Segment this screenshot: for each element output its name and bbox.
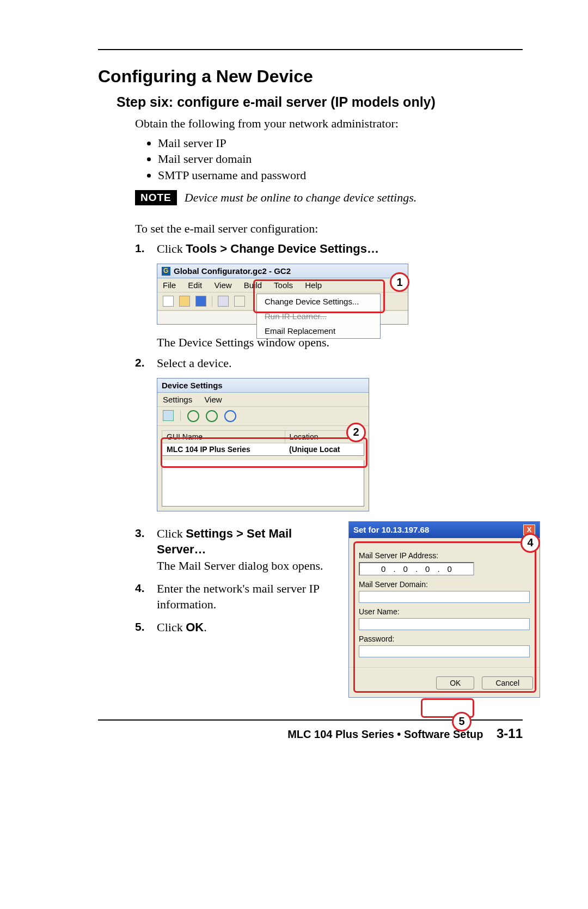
screenshot-2: Device Settings Settings View GUI Name L…	[157, 378, 523, 511]
intro-text: Obtain the following from your network a…	[135, 115, 523, 132]
to-set-text: To set the e-mail server configuration:	[135, 221, 523, 237]
save-disk-icon[interactable]	[195, 296, 206, 307]
refresh-icon[interactable]	[187, 410, 199, 422]
s3-titlebar: Set for 10.13.197.68 X	[349, 522, 540, 538]
step-3: Click Settings > Set Mail Server… The Ma…	[135, 526, 342, 574]
callout-4: 4	[520, 533, 540, 553]
label-password: Password:	[359, 635, 530, 643]
cell-gui-name: MLC 104 IP Plus Series	[162, 443, 285, 455]
callout-2: 2	[346, 423, 366, 442]
open-folder-icon[interactable]	[179, 296, 190, 307]
dropdown-change-device-settings[interactable]: Change Device Settings...	[257, 294, 380, 309]
note-badge: NOTE	[135, 190, 177, 205]
cell-location: (Unique Locat	[285, 443, 364, 455]
footer-text: MLC 104 Plus Series • Software Setup	[287, 728, 483, 740]
col-gui-name[interactable]: GUI Name	[162, 430, 285, 443]
username-input[interactable]	[359, 618, 530, 630]
copy-icon[interactable]	[218, 296, 229, 307]
ip-octet-2[interactable]: 0	[398, 564, 413, 574]
menu-tools[interactable]: Tools	[274, 280, 293, 290]
domain-input[interactable]	[359, 591, 530, 603]
gc-logo-icon	[162, 267, 170, 276]
top-rule	[98, 49, 523, 50]
intro-bullets: Mail server IP Mail server domain SMTP u…	[158, 135, 523, 184]
step-4: Enter the network's mail server IP infor…	[135, 581, 342, 613]
note-text: Device must be online to change device s…	[185, 191, 416, 205]
dot: .	[435, 564, 442, 574]
dot: .	[391, 564, 397, 574]
new-file-icon[interactable]	[163, 296, 174, 307]
paste-icon[interactable]	[234, 296, 245, 307]
sync-icon[interactable]	[224, 410, 236, 422]
s2-menubar: Settings View	[157, 393, 369, 406]
ip-octet-1[interactable]: 0	[376, 564, 391, 574]
ip-input[interactable]: 0. 0. 0. 0	[359, 562, 474, 576]
step5-bold: OK	[186, 620, 204, 634]
screenshot-1: Global Configurator.gc2 - GC2 File Edit …	[157, 264, 523, 325]
step5-suffix: .	[204, 620, 207, 634]
s1-titlebar: Global Configurator.gc2 - GC2	[157, 264, 408, 278]
callout-1: 1	[390, 272, 409, 292]
section-title: Configuring a New Device	[98, 66, 523, 87]
dropdown-email-replacement[interactable]: Email Replacement	[257, 324, 380, 338]
note-row: NOTE Device must be online to change dev…	[135, 190, 523, 205]
bullet: Mail server IP	[158, 135, 523, 151]
label-username: User Name:	[359, 607, 530, 616]
menu-settings[interactable]: Settings	[163, 395, 192, 404]
ip-octet-3[interactable]: 0	[420, 564, 435, 574]
step-title: Step six: configure e-mail server (IP mo…	[117, 94, 523, 110]
tools-dropdown: Change Device Settings... Run IR Learner…	[256, 294, 381, 339]
menu-help[interactable]: Help	[305, 280, 322, 290]
toolbar-divider	[180, 410, 181, 421]
dot: .	[413, 564, 420, 574]
label-mail-domain: Mail Server Domain:	[359, 580, 530, 589]
s1-menubar: File Edit View Build Tools Help	[157, 278, 408, 292]
password-input[interactable]	[359, 645, 530, 657]
menu-view-2[interactable]: View	[204, 395, 222, 404]
s2-titlebar: Device Settings	[157, 379, 369, 393]
menu-view[interactable]: View	[214, 280, 231, 290]
s2-toolbar	[157, 406, 369, 426]
label-mail-ip: Mail Server IP Address:	[359, 551, 530, 560]
s1-title-text: Global Configurator.gc2 - GC2	[174, 266, 291, 276]
menu-build[interactable]: Build	[244, 280, 262, 290]
screenshot-3: Set for 10.13.197.68 X Mail Server IP Ad…	[348, 521, 539, 698]
step-1: Click Tools > Change Device Settings…	[135, 241, 523, 257]
toolbar-divider	[212, 296, 212, 307]
reload-icon[interactable]	[206, 410, 218, 422]
cancel-button[interactable]: Cancel	[482, 676, 533, 690]
step-5: Click OK.	[135, 619, 342, 636]
step-2: Select a device.	[135, 355, 523, 371]
step3-prefix: Click	[157, 527, 186, 540]
dropdown-run-ir-learner[interactable]: Run IR Learner...	[257, 309, 380, 324]
bullet: Mail server domain	[158, 151, 523, 167]
step1-bold: Tools > Change Device Settings…	[186, 242, 379, 255]
device-table: GUI Name Location MLC 104 IP Plus Series…	[162, 430, 364, 456]
table-row[interactable]: MLC 104 IP Plus Series (Unique Locat	[162, 443, 364, 455]
s3-title-text: Set for 10.13.197.68	[353, 525, 429, 534]
bullet: SMTP username and password	[158, 167, 523, 184]
menu-edit[interactable]: Edit	[188, 280, 202, 290]
step1-prefix: Click	[157, 242, 186, 255]
ok-button[interactable]: OK	[436, 676, 474, 690]
form-icon[interactable]	[163, 410, 174, 421]
menu-file[interactable]: File	[163, 280, 176, 290]
callout-5: 5	[452, 712, 471, 731]
footer-page: 3-11	[497, 726, 523, 741]
s2-whitespace	[162, 460, 364, 507]
step3-after: The Mail Server dialog box opens.	[157, 559, 323, 572]
ip-octet-4[interactable]: 0	[442, 564, 457, 574]
step5-prefix: Click	[157, 620, 186, 634]
